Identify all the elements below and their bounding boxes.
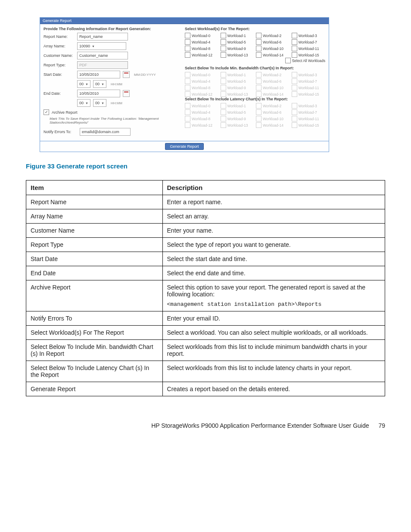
checkbox-workload[interactable]: [292, 33, 297, 38]
dropdown-start-hh[interactable]: 00▼: [77, 80, 90, 88]
workload-item: Workload-15: [292, 52, 326, 58]
input-customer-name[interactable]: Customer_name: [77, 52, 128, 59]
checkbox-archive-report[interactable]: ✓: [44, 109, 49, 115]
workload-label: Workload-11: [299, 47, 319, 51]
dropdown-array-value: 10090: [79, 44, 90, 48]
checkbox-workload[interactable]: [292, 52, 297, 58]
dropdown-end-mm[interactable]: 00▼: [93, 99, 106, 107]
calendar-icon[interactable]: [123, 71, 130, 78]
dropdown-array-name[interactable]: 10090 ▼: [77, 42, 126, 50]
table-row: Select Below To Include Latency Chart (s…: [26, 361, 385, 382]
checkbox-workload: [292, 116, 297, 121]
workload-label: Workload-2: [263, 34, 281, 38]
cell-item: Customer Name: [26, 224, 163, 238]
dropdown-start-mm[interactable]: 00▼: [93, 80, 106, 88]
workload-item: Workload-13: [221, 52, 255, 58]
generate-report-dialog: Generate Report Provide The Following In…: [40, 17, 329, 152]
chevron-down-icon: ▼: [85, 83, 88, 86]
cell-item: Array Name: [26, 209, 163, 224]
cell-item: Report Type: [26, 238, 163, 252]
checkbox-workload[interactable]: [185, 39, 190, 45]
checkbox-workload[interactable]: [221, 39, 226, 45]
workload-label: Workload-10: [263, 47, 283, 51]
checkbox-workload: [292, 91, 297, 97]
table-row: Select Workload(s) For The ReportSelect …: [26, 326, 385, 340]
table-row: Report NameEnter a report name.: [26, 195, 385, 209]
checkbox-workload: [256, 103, 262, 109]
label-array-name: Array Name:: [44, 44, 75, 48]
calendar-icon[interactable]: [123, 90, 130, 97]
cell-desc: Select the end date and time.: [162, 266, 385, 280]
checkbox-workload[interactable]: [185, 52, 190, 58]
workload-item: Workload-1: [221, 103, 255, 109]
workload-item: Workload-14: [256, 122, 290, 128]
workload-grid-bandwidth: Workload-0Workload-1Workload-2Workload-3…: [185, 72, 325, 97]
checkbox-workload[interactable]: [292, 46, 297, 51]
cell-desc: Select this option to save your report. …: [162, 280, 385, 311]
workload-label: Workload-3: [299, 34, 317, 38]
workload-label: Workload-0: [192, 104, 210, 108]
input-notify[interactable]: emailid@domain.com: [80, 128, 131, 136]
workload-label: Workload-1: [227, 104, 246, 108]
th-desc: Description: [162, 180, 385, 195]
checkbox-workload: [185, 85, 190, 90]
label-notify: Notify Errors To:: [44, 130, 77, 134]
dropdown-end-hh[interactable]: 00▼: [77, 99, 90, 107]
checkbox-workload: [221, 72, 226, 78]
checkbox-workload: [221, 91, 226, 97]
checkbox-workload[interactable]: [185, 33, 190, 38]
workload-label: Workload-6: [263, 79, 281, 84]
cell-desc: Select workloads from this list to inclu…: [162, 340, 385, 361]
checkbox-workload[interactable]: [256, 39, 262, 45]
footer-text: HP StorageWorks P9000 Application Perfor…: [151, 422, 369, 429]
workload-label: Workload-3: [299, 104, 317, 108]
workload-label: Workload-9: [227, 47, 246, 51]
checkbox-workload: [256, 72, 262, 78]
workload-item: Workload-11: [292, 46, 326, 51]
checkbox-workload[interactable]: [185, 46, 190, 51]
generate-report-button[interactable]: Generate Report: [165, 143, 203, 150]
workload-label: Workload-14: [263, 53, 283, 57]
workload-item: Workload-4: [185, 39, 219, 45]
checkbox-workload[interactable]: [221, 46, 226, 51]
label-select-all: Select All Workloads: [292, 59, 325, 63]
checkbox-workload[interactable]: [292, 39, 297, 45]
checkbox-workload: [292, 85, 297, 90]
table-row: Customer NameEnter your name.: [26, 224, 385, 238]
workload-item: Workload-4: [185, 109, 219, 115]
workload-label: Workload-13: [227, 123, 248, 128]
cell-item: Generate Report: [26, 382, 163, 396]
chevron-down-icon: ▼: [101, 102, 104, 105]
input-end-date[interactable]: 10/05/2010: [77, 90, 120, 97]
workload-label: Workload-5: [227, 110, 246, 115]
workload-item: Workload-3: [292, 103, 326, 109]
checkbox-workload: [185, 109, 190, 115]
input-start-date[interactable]: 10/05/2010: [77, 71, 120, 78]
archive-note: Mark This To Save Report Inside The Foll…: [50, 117, 177, 124]
checkbox-workload[interactable]: [256, 52, 262, 58]
cell-desc: Select a workload. You can also select m…: [162, 326, 385, 340]
workload-label: Workload-15: [299, 123, 319, 128]
checkbox-workload[interactable]: [221, 33, 226, 38]
checkbox-select-all[interactable]: [285, 58, 291, 63]
table-row: Start DateSelect the start date and time…: [26, 252, 385, 266]
workload-item: Workload-11: [292, 116, 326, 121]
checkbox-workload[interactable]: [221, 52, 226, 58]
heading-latency: Select Below To Include Latency Chart(s)…: [185, 97, 325, 101]
workload-item: Workload-2: [256, 103, 290, 109]
workload-item: Workload-0: [185, 103, 219, 109]
input-report-name[interactable]: Report_name: [77, 33, 128, 40]
workload-label: Workload-5: [227, 79, 246, 84]
checkbox-workload[interactable]: [256, 33, 262, 38]
workload-item: Workload-6: [256, 109, 290, 115]
checkbox-workload[interactable]: [256, 46, 262, 51]
label-report-name: Report Name:: [44, 34, 75, 39]
checkbox-workload: [221, 109, 226, 115]
heading-select-workloads: Select Workload(s) For The Report:: [185, 27, 325, 31]
workload-label: Workload-5: [227, 40, 246, 44]
workload-label: Workload-7: [299, 110, 317, 115]
checkbox-workload: [221, 122, 226, 128]
cell-desc: Select an array.: [162, 209, 385, 224]
workload-item: Workload-10: [256, 85, 290, 90]
workload-item: Workload-1: [221, 33, 255, 38]
